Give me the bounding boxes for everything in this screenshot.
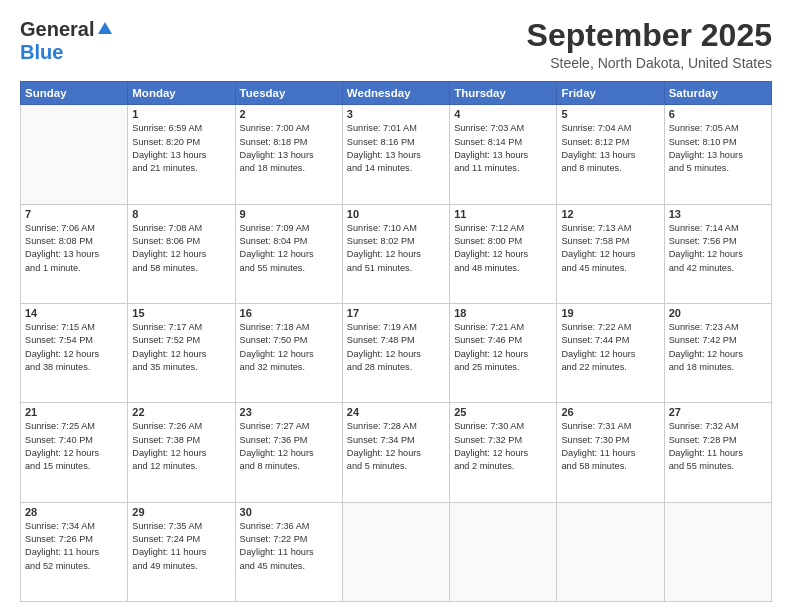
title-block: September 2025 Steele, North Dakota, Uni…: [527, 18, 772, 71]
day-info: Sunrise: 7:10 AMSunset: 8:02 PMDaylight:…: [347, 222, 445, 275]
calendar-day-cell: 25Sunrise: 7:30 AMSunset: 7:32 PMDayligh…: [450, 403, 557, 502]
day-info: Sunrise: 7:26 AMSunset: 7:38 PMDaylight:…: [132, 420, 230, 473]
logo-icon: [96, 20, 114, 38]
day-number: 7: [25, 208, 123, 220]
calendar-day-cell: 23Sunrise: 7:27 AMSunset: 7:36 PMDayligh…: [235, 403, 342, 502]
day-number: 9: [240, 208, 338, 220]
page: General Blue September 2025 Steele, Nort…: [0, 0, 792, 612]
day-number: 12: [561, 208, 659, 220]
calendar-day-cell: 1Sunrise: 6:59 AMSunset: 8:20 PMDaylight…: [128, 105, 235, 204]
calendar-day-cell: 14Sunrise: 7:15 AMSunset: 7:54 PMDayligh…: [21, 303, 128, 402]
calendar-day-cell: 30Sunrise: 7:36 AMSunset: 7:22 PMDayligh…: [235, 502, 342, 601]
day-info: Sunrise: 7:04 AMSunset: 8:12 PMDaylight:…: [561, 122, 659, 175]
calendar-week-row: 14Sunrise: 7:15 AMSunset: 7:54 PMDayligh…: [21, 303, 772, 402]
calendar-day-cell: 8Sunrise: 7:08 AMSunset: 8:06 PMDaylight…: [128, 204, 235, 303]
calendar-week-row: 1Sunrise: 6:59 AMSunset: 8:20 PMDaylight…: [21, 105, 772, 204]
calendar-day-cell: 3Sunrise: 7:01 AMSunset: 8:16 PMDaylight…: [342, 105, 449, 204]
day-number: 30: [240, 506, 338, 518]
logo: General Blue: [20, 18, 114, 64]
calendar-day-cell: [557, 502, 664, 601]
calendar-table: SundayMondayTuesdayWednesdayThursdayFrid…: [20, 81, 772, 602]
day-number: 14: [25, 307, 123, 319]
day-number: 4: [454, 108, 552, 120]
calendar-day-cell: 6Sunrise: 7:05 AMSunset: 8:10 PMDaylight…: [664, 105, 771, 204]
calendar-day-cell: 5Sunrise: 7:04 AMSunset: 8:12 PMDaylight…: [557, 105, 664, 204]
svg-marker-0: [98, 22, 112, 34]
day-number: 13: [669, 208, 767, 220]
day-info: Sunrise: 7:35 AMSunset: 7:24 PMDaylight:…: [132, 520, 230, 573]
day-number: 11: [454, 208, 552, 220]
calendar-day-cell: 20Sunrise: 7:23 AMSunset: 7:42 PMDayligh…: [664, 303, 771, 402]
day-number: 15: [132, 307, 230, 319]
day-number: 18: [454, 307, 552, 319]
day-number: 1: [132, 108, 230, 120]
header: General Blue September 2025 Steele, Nort…: [20, 18, 772, 71]
day-number: 23: [240, 406, 338, 418]
calendar-day-cell: 15Sunrise: 7:17 AMSunset: 7:52 PMDayligh…: [128, 303, 235, 402]
calendar-day-header: Thursday: [450, 82, 557, 105]
calendar-day-cell: 19Sunrise: 7:22 AMSunset: 7:44 PMDayligh…: [557, 303, 664, 402]
day-number: 27: [669, 406, 767, 418]
day-info: Sunrise: 7:15 AMSunset: 7:54 PMDaylight:…: [25, 321, 123, 374]
day-info: Sunrise: 7:12 AMSunset: 8:00 PMDaylight:…: [454, 222, 552, 275]
day-info: Sunrise: 7:14 AMSunset: 7:56 PMDaylight:…: [669, 222, 767, 275]
calendar-day-header: Sunday: [21, 82, 128, 105]
calendar-day-cell: 7Sunrise: 7:06 AMSunset: 8:08 PMDaylight…: [21, 204, 128, 303]
day-number: 8: [132, 208, 230, 220]
calendar-day-cell: 2Sunrise: 7:00 AMSunset: 8:18 PMDaylight…: [235, 105, 342, 204]
calendar-day-cell: 4Sunrise: 7:03 AMSunset: 8:14 PMDaylight…: [450, 105, 557, 204]
day-number: 20: [669, 307, 767, 319]
day-info: Sunrise: 7:31 AMSunset: 7:30 PMDaylight:…: [561, 420, 659, 473]
calendar-week-row: 28Sunrise: 7:34 AMSunset: 7:26 PMDayligh…: [21, 502, 772, 601]
day-number: 16: [240, 307, 338, 319]
calendar-day-cell: 27Sunrise: 7:32 AMSunset: 7:28 PMDayligh…: [664, 403, 771, 502]
calendar-day-cell: 22Sunrise: 7:26 AMSunset: 7:38 PMDayligh…: [128, 403, 235, 502]
day-info: Sunrise: 7:22 AMSunset: 7:44 PMDaylight:…: [561, 321, 659, 374]
logo-general-text: General: [20, 18, 94, 41]
calendar-day-header: Wednesday: [342, 82, 449, 105]
calendar-day-cell: 12Sunrise: 7:13 AMSunset: 7:58 PMDayligh…: [557, 204, 664, 303]
calendar-day-cell: 13Sunrise: 7:14 AMSunset: 7:56 PMDayligh…: [664, 204, 771, 303]
calendar-day-cell: 11Sunrise: 7:12 AMSunset: 8:00 PMDayligh…: [450, 204, 557, 303]
day-number: 2: [240, 108, 338, 120]
calendar-day-cell: 16Sunrise: 7:18 AMSunset: 7:50 PMDayligh…: [235, 303, 342, 402]
day-info: Sunrise: 7:03 AMSunset: 8:14 PMDaylight:…: [454, 122, 552, 175]
day-info: Sunrise: 6:59 AMSunset: 8:20 PMDaylight:…: [132, 122, 230, 175]
calendar-week-row: 21Sunrise: 7:25 AMSunset: 7:40 PMDayligh…: [21, 403, 772, 502]
day-info: Sunrise: 7:30 AMSunset: 7:32 PMDaylight:…: [454, 420, 552, 473]
month-title: September 2025: [527, 18, 772, 53]
day-number: 6: [669, 108, 767, 120]
day-number: 17: [347, 307, 445, 319]
day-info: Sunrise: 7:21 AMSunset: 7:46 PMDaylight:…: [454, 321, 552, 374]
day-info: Sunrise: 7:25 AMSunset: 7:40 PMDaylight:…: [25, 420, 123, 473]
day-info: Sunrise: 7:05 AMSunset: 8:10 PMDaylight:…: [669, 122, 767, 175]
day-number: 29: [132, 506, 230, 518]
calendar-day-cell: 26Sunrise: 7:31 AMSunset: 7:30 PMDayligh…: [557, 403, 664, 502]
day-info: Sunrise: 7:01 AMSunset: 8:16 PMDaylight:…: [347, 122, 445, 175]
day-info: Sunrise: 7:27 AMSunset: 7:36 PMDaylight:…: [240, 420, 338, 473]
day-number: 25: [454, 406, 552, 418]
calendar-header-row: SundayMondayTuesdayWednesdayThursdayFrid…: [21, 82, 772, 105]
day-info: Sunrise: 7:23 AMSunset: 7:42 PMDaylight:…: [669, 321, 767, 374]
day-info: Sunrise: 7:34 AMSunset: 7:26 PMDaylight:…: [25, 520, 123, 573]
day-info: Sunrise: 7:36 AMSunset: 7:22 PMDaylight:…: [240, 520, 338, 573]
calendar-day-header: Friday: [557, 82, 664, 105]
day-info: Sunrise: 7:18 AMSunset: 7:50 PMDaylight:…: [240, 321, 338, 374]
calendar-day-cell: [450, 502, 557, 601]
day-info: Sunrise: 7:06 AMSunset: 8:08 PMDaylight:…: [25, 222, 123, 275]
calendar-day-header: Saturday: [664, 82, 771, 105]
day-number: 10: [347, 208, 445, 220]
day-number: 28: [25, 506, 123, 518]
logo-blue-text: Blue: [20, 41, 63, 64]
day-number: 19: [561, 307, 659, 319]
calendar-day-cell: 21Sunrise: 7:25 AMSunset: 7:40 PMDayligh…: [21, 403, 128, 502]
day-info: Sunrise: 7:00 AMSunset: 8:18 PMDaylight:…: [240, 122, 338, 175]
calendar-day-cell: 29Sunrise: 7:35 AMSunset: 7:24 PMDayligh…: [128, 502, 235, 601]
day-info: Sunrise: 7:13 AMSunset: 7:58 PMDaylight:…: [561, 222, 659, 275]
location: Steele, North Dakota, United States: [527, 55, 772, 71]
day-info: Sunrise: 7:08 AMSunset: 8:06 PMDaylight:…: [132, 222, 230, 275]
calendar-day-cell: 9Sunrise: 7:09 AMSunset: 8:04 PMDaylight…: [235, 204, 342, 303]
calendar-day-header: Monday: [128, 82, 235, 105]
day-info: Sunrise: 7:19 AMSunset: 7:48 PMDaylight:…: [347, 321, 445, 374]
day-info: Sunrise: 7:09 AMSunset: 8:04 PMDaylight:…: [240, 222, 338, 275]
